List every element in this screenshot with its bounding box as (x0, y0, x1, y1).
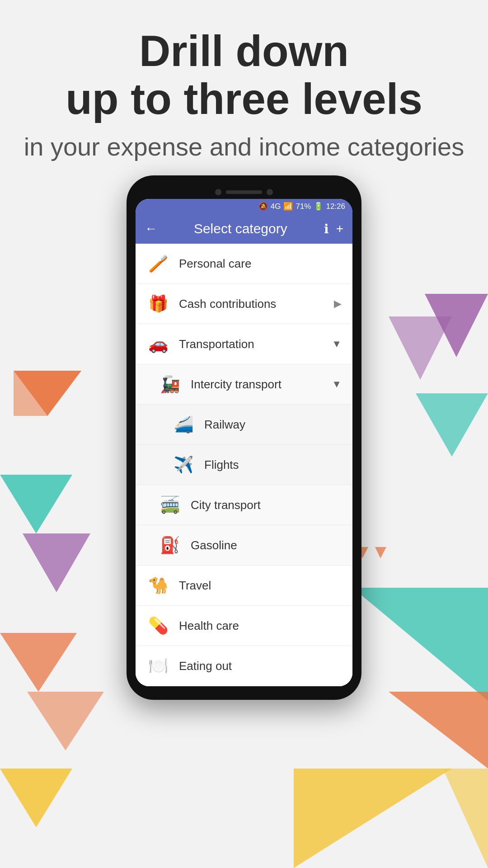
signal-bars: 📶 (283, 202, 293, 211)
app-bar: ← Select category ℹ + (136, 214, 352, 244)
header-line2: up to three levels (0, 75, 488, 123)
svg-marker-1 (14, 371, 47, 416)
travel-icon: 🐪 (146, 574, 170, 597)
status-bar: 🔕 4G 📶 71% 🔋 12:26 (136, 199, 352, 214)
railway-icon: 🚄 (172, 413, 195, 436)
category-item-travel[interactable]: 🐪Travel (136, 566, 352, 606)
gasoline-icon: ⛽ (158, 533, 182, 557)
railway-label: Railway (204, 418, 342, 432)
category-item-cash-contributions[interactable]: 🎁Cash contributions▶ (136, 284, 352, 324)
category-list: 🪥Personal care🎁Cash contributions▶🚗Trans… (136, 244, 352, 686)
phone-speaker (226, 190, 262, 194)
transportation-icon: 🚗 (146, 332, 170, 356)
svg-marker-2 (0, 475, 72, 533)
cash-contributions-arrow: ▶ (334, 298, 342, 310)
personal-care-icon: 🪥 (146, 252, 170, 275)
cash-contributions-label: Cash contributions (179, 297, 325, 311)
city-transport-label: City transport (191, 498, 342, 512)
category-item-gasoline[interactable]: ⛽Gasoline (136, 525, 352, 566)
intercity-transport-label: Intercity transport (191, 377, 323, 392)
city-transport-icon: 🚎 (158, 493, 182, 517)
svg-marker-18 (352, 588, 488, 701)
svg-marker-8 (389, 316, 452, 380)
svg-marker-4 (0, 633, 77, 692)
category-item-eating-out[interactable]: 🍽️Eating out (136, 646, 352, 686)
svg-marker-7 (425, 294, 488, 357)
category-item-personal-care[interactable]: 🪥Personal care (136, 244, 352, 284)
svg-marker-20 (294, 769, 452, 868)
health-care-icon: 💊 (146, 614, 170, 637)
svg-marker-3 (23, 533, 90, 592)
flights-label: Flights (204, 458, 342, 472)
battery-label: 71% (296, 202, 311, 211)
health-care-label: Health care (179, 619, 342, 633)
intercity-transport-arrow: ▼ (332, 378, 342, 390)
time-label: 12:26 (326, 202, 345, 211)
flights-icon: ✈️ (172, 453, 195, 476)
gasoline-label: Gasoline (191, 538, 342, 552)
svg-marker-21 (443, 769, 488, 868)
transportation-arrow: ▼ (332, 338, 342, 350)
battery-icon: 🔋 (314, 202, 323, 211)
phone-frame: 🔕 4G 📶 71% 🔋 12:26 ← Select category ℹ +… (127, 175, 361, 700)
svg-marker-19 (389, 692, 488, 769)
svg-marker-0 (14, 371, 81, 416)
category-item-health-care[interactable]: 💊Health care (136, 606, 352, 646)
svg-marker-5 (27, 692, 104, 750)
personal-care-label: Personal care (179, 257, 342, 271)
category-item-flights[interactable]: ✈️Flights (136, 445, 352, 485)
info-button[interactable]: ℹ (324, 222, 329, 236)
category-item-transportation[interactable]: 🚗Transportation▼ (136, 324, 352, 364)
eating-out-icon: 🍽️ (146, 654, 170, 678)
header-line3: in your expense and income categories (0, 132, 488, 162)
front-camera (215, 189, 221, 195)
transportation-label: Transportation (179, 337, 323, 351)
eating-out-label: Eating out (179, 659, 342, 673)
svg-marker-17 (375, 547, 386, 558)
intercity-transport-icon: 🚂 (158, 373, 182, 396)
appbar-title: Select category (164, 221, 317, 236)
travel-label: Travel (179, 579, 342, 593)
category-item-intercity-transport[interactable]: 🚂Intercity transport▼ (136, 364, 352, 405)
front-sensor (267, 189, 273, 195)
svg-marker-6 (0, 769, 72, 827)
header-line1: Drill down (0, 27, 488, 75)
back-button[interactable]: ← (145, 222, 157, 236)
category-item-railway[interactable]: 🚄Railway (136, 405, 352, 445)
mute-icon: 🔕 (258, 202, 268, 211)
category-item-city-transport[interactable]: 🚎City transport (136, 485, 352, 525)
network-icon: 4G (271, 202, 281, 211)
phone-notch (136, 189, 352, 195)
phone-screen: 🔕 4G 📶 71% 🔋 12:26 ← Select category ℹ +… (136, 199, 352, 686)
add-button[interactable]: + (336, 222, 343, 236)
svg-marker-9 (416, 393, 488, 457)
cash-contributions-icon: 🎁 (146, 292, 170, 316)
